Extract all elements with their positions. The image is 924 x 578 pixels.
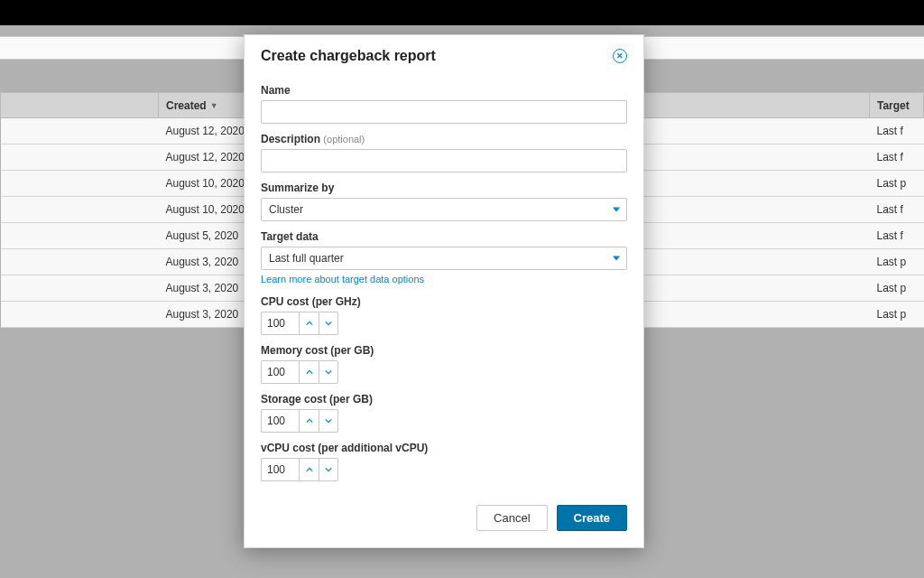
top-bar bbox=[0, 0, 924, 25]
storage-cost-spinner bbox=[261, 409, 627, 433]
memory-cost-input[interactable] bbox=[261, 360, 299, 384]
cpu-cost-label: CPU cost (per GHz) bbox=[261, 295, 627, 308]
memory-cost-spinner bbox=[261, 360, 627, 384]
modal-header: Create chargeback report bbox=[245, 35, 643, 75]
storage-cost-label: Storage cost (per GB) bbox=[261, 393, 627, 406]
vcpu-cost-down-icon[interactable] bbox=[319, 458, 338, 481]
cpu-cost-up-icon[interactable] bbox=[299, 312, 319, 335]
cancel-button[interactable]: Cancel bbox=[476, 505, 547, 531]
memory-cost-label: Memory cost (per GB) bbox=[261, 344, 627, 357]
storage-cost-up-icon[interactable] bbox=[299, 409, 319, 433]
modal-title: Create chargeback report bbox=[261, 48, 436, 64]
description-label-text: Description bbox=[261, 133, 320, 145]
modal-body: Name Description (optional) Summarize by… bbox=[245, 84, 643, 492]
create-chargeback-modal: Create chargeback report Name Descriptio… bbox=[244, 34, 644, 548]
summarize-select[interactable] bbox=[261, 198, 627, 221]
create-button[interactable]: Create bbox=[557, 505, 627, 531]
close-icon[interactable] bbox=[613, 49, 627, 63]
summarize-select-wrap bbox=[261, 198, 627, 221]
storage-cost-input[interactable] bbox=[261, 409, 299, 433]
memory-cost-down-icon[interactable] bbox=[319, 360, 338, 384]
cpu-cost-input[interactable] bbox=[261, 312, 299, 335]
target-help-link[interactable]: Learn more about target data options bbox=[261, 274, 424, 284]
cpu-cost-down-icon[interactable] bbox=[319, 312, 338, 335]
name-input[interactable] bbox=[261, 100, 627, 124]
summarize-label: Summarize by bbox=[261, 182, 627, 194]
vcpu-cost-spinner bbox=[261, 458, 627, 481]
vcpu-cost-up-icon[interactable] bbox=[299, 458, 319, 481]
description-optional: (optional) bbox=[323, 134, 365, 144]
storage-cost-down-icon[interactable] bbox=[319, 409, 338, 433]
memory-cost-up-icon[interactable] bbox=[299, 360, 319, 384]
target-select[interactable] bbox=[261, 247, 627, 270]
name-label: Name bbox=[261, 84, 627, 97]
cpu-cost-spinner bbox=[261, 312, 627, 335]
target-select-wrap bbox=[261, 247, 627, 270]
description-input[interactable] bbox=[261, 149, 627, 172]
description-label: Description (optional) bbox=[261, 133, 627, 145]
vcpu-cost-input[interactable] bbox=[261, 458, 299, 481]
target-label: Target data bbox=[261, 230, 627, 243]
modal-footer: Cancel Create bbox=[245, 492, 643, 547]
vcpu-cost-label: vCPU cost (per additional vCPU) bbox=[261, 442, 627, 454]
